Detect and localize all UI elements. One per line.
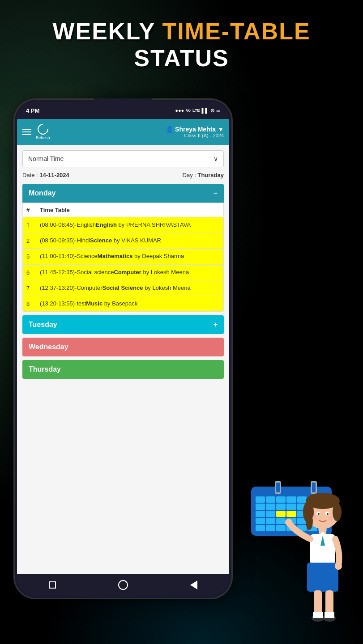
monday-timetable: # Time Table 1 (08:00-08:45)-EnglishEngl… xyxy=(22,203,224,312)
dropdown-row: Normal Time ∨ xyxy=(22,150,224,167)
tuesday-toggle-icon: + xyxy=(214,321,218,329)
day-label: Day : xyxy=(183,172,196,178)
class-info-text: Class II (A) - 2024 xyxy=(166,133,224,138)
phone-notch xyxy=(94,98,152,111)
wednesday-header[interactable]: Wednesday xyxy=(22,338,224,356)
refresh-button[interactable]: Refresh xyxy=(36,124,50,140)
phone-inner: 4 PM ●●● Vo LTE ▌▌ ⊙ ▭ Refresh xyxy=(17,102,229,596)
subject-teacher: by Deepak Sharma xyxy=(132,253,184,259)
wednesday-label: Wednesday xyxy=(29,343,68,351)
row-number: 5 xyxy=(26,252,40,260)
nav-square-button[interactable] xyxy=(46,579,59,591)
table-row: 6 (11:45-12:35)-Social scienceComputer b… xyxy=(23,265,223,280)
back-triangle-icon xyxy=(190,580,197,589)
svg-point-16 xyxy=(285,519,292,526)
col-num-header: # xyxy=(26,207,40,213)
nav-back-button[interactable] xyxy=(188,579,200,591)
signal-icon: ●●● xyxy=(175,108,184,113)
svg-rect-23 xyxy=(325,612,334,618)
battery-icon: ▭ xyxy=(216,108,220,113)
row-number: 2 xyxy=(26,237,40,244)
thursday-header[interactable]: Thursday xyxy=(22,360,224,379)
tuesday-section: Tuesday + xyxy=(22,315,224,334)
monday-section: Monday − # Time Table 1 (08:00-08:45)-En… xyxy=(22,184,224,312)
home-circle-icon xyxy=(118,580,128,590)
row-subject: (08:50-09:35)-HindiScience by VIKAS KUMA… xyxy=(40,237,220,245)
dropdown-chevron-icon: ∨ xyxy=(214,155,218,162)
square-icon xyxy=(49,581,56,589)
phone-device: 4 PM ●●● Vo LTE ▌▌ ⊙ ▭ Refresh xyxy=(13,98,233,599)
menu-line xyxy=(22,129,31,130)
subject-prefix: (08:50-09:35)-Hindi xyxy=(40,237,90,244)
wifi-icon: ⊙ xyxy=(210,108,214,114)
svg-point-17 xyxy=(335,563,342,570)
subject-prefix: (08:00-08:45)-English xyxy=(40,221,96,228)
bars-icon: ▌▌ xyxy=(201,108,209,113)
table-row: 1 (08:00-08:45)-EnglishEnglish by PRERNA… xyxy=(23,217,223,233)
user-info: 👤 Shreya Mehta ▼ Class II (A) - 2024 xyxy=(166,126,224,138)
thursday-label: Thursday xyxy=(29,365,61,373)
monday-header[interactable]: Monday − xyxy=(22,184,224,203)
date-display: Date : 14-11-2024 xyxy=(22,172,69,178)
wednesday-section: Wednesday xyxy=(22,338,224,356)
lte-icon: LTE xyxy=(192,108,200,113)
svg-point-7 xyxy=(318,513,320,515)
screen-content: Normal Time ∨ Date : 14-11-2024 Day : Th… xyxy=(17,145,229,574)
date-label: Date : xyxy=(22,172,38,178)
svg-point-3 xyxy=(333,503,342,521)
date-value: 14-11-2024 xyxy=(39,172,69,178)
svg-point-8 xyxy=(327,513,329,515)
user-icon: 👤 xyxy=(166,126,173,133)
menu-line xyxy=(22,134,31,135)
nav-home-button[interactable] xyxy=(117,579,129,591)
dropdown-arrow-icon: ▼ xyxy=(218,126,224,133)
title-status: STATUS xyxy=(0,45,363,72)
subject-teacher: by Lokesh Meena xyxy=(141,269,189,275)
subject-prefix: (12:37-13:20)-Computer xyxy=(40,284,102,291)
time-type-dropdown[interactable]: Normal Time ∨ xyxy=(22,150,224,167)
row-number: 7 xyxy=(26,284,40,292)
hamburger-menu[interactable] xyxy=(22,129,31,135)
menu-line xyxy=(22,131,31,132)
row-subject: (08:00-08:45)-EnglishEnglish by PRERNA S… xyxy=(40,221,220,229)
status-icons: ●●● Vo LTE ▌▌ ⊙ ▭ xyxy=(175,108,220,114)
user-name-display: 👤 Shreya Mehta ▼ xyxy=(166,126,224,133)
subject-teacher: by VIKAS KUMAR xyxy=(112,237,161,244)
title-area: WEEKLY TIME-TABLE STATUS xyxy=(0,18,363,72)
table-row: 7 (12:37-13:20)-ComputerSocial Science b… xyxy=(23,280,223,296)
subject-name: Social Science xyxy=(102,284,143,291)
subject-name: Computer xyxy=(114,269,141,275)
row-subject: (11:00-11:40)-ScienceMathematics by Deep… xyxy=(40,252,220,260)
subject-teacher: by Basepack xyxy=(102,300,137,307)
day-value: Thursday xyxy=(197,172,224,178)
svg-rect-15 xyxy=(307,563,338,592)
row-number: 8 xyxy=(26,300,40,307)
svg-point-4 xyxy=(306,512,313,530)
refresh-label: Refresh xyxy=(36,136,50,140)
app-header: Refresh 👤 Shreya Mehta ▼ Class II (A) - … xyxy=(17,119,229,145)
table-row: 5 (11:00-11:40)-ScienceMathematics by De… xyxy=(23,249,223,264)
subject-teacher: by PRERNA SHRIVASTAVA xyxy=(117,221,191,228)
thursday-section: Thursday xyxy=(22,360,224,379)
monday-label: Monday xyxy=(29,189,56,197)
monday-toggle-icon: − xyxy=(214,189,218,197)
svg-point-9 xyxy=(312,516,317,520)
row-number: 6 xyxy=(26,268,40,276)
row-subject: (12:37-13:20)-ComputerSocial Science by … xyxy=(40,284,220,292)
subject-prefix: (11:00-11:40)-Science xyxy=(40,253,98,259)
subject-name: Mathematics xyxy=(98,253,133,259)
bottom-navigation xyxy=(17,574,229,596)
col-subject-header: Time Table xyxy=(40,207,220,213)
date-info-row: Date : 14-11-2024 Day : Thursday xyxy=(22,172,224,178)
subject-prefix: (11:45-12:35)-Social science xyxy=(40,269,114,275)
subject-name: English xyxy=(96,221,117,228)
row-subject: (13:20-13:55)-testMusic by Basepack xyxy=(40,300,220,308)
title-timetable: TIME-TABLE xyxy=(162,18,311,44)
status-time: 4 PM xyxy=(26,107,39,114)
tuesday-header[interactable]: Tuesday + xyxy=(22,315,224,334)
subject-prefix: (13:20-13:55)-test xyxy=(40,300,86,307)
row-subject: (11:45-12:35)-Social scienceComputer by … xyxy=(40,268,220,276)
row-number: 1 xyxy=(26,221,40,229)
timetable-header: # Time Table xyxy=(23,203,223,217)
refresh-icon xyxy=(35,122,51,137)
